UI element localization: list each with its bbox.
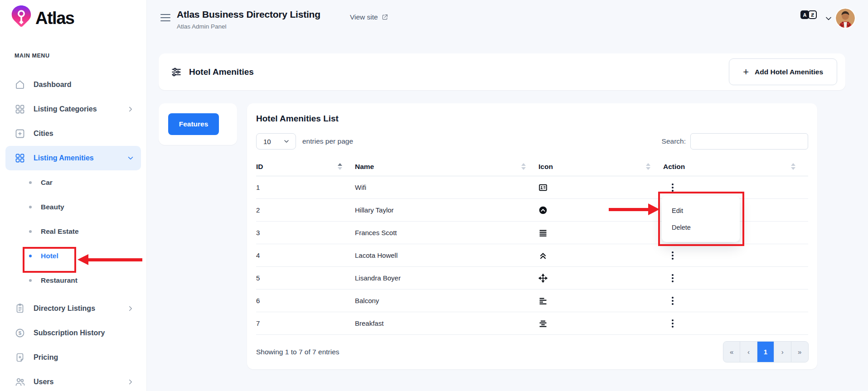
pagination-next-button[interactable]: › xyxy=(774,342,791,362)
sidebar-subitem-hotel[interactable]: Hotel xyxy=(5,244,141,268)
features-card: Features xyxy=(159,103,237,145)
row-actions-kebab-icon[interactable] xyxy=(667,250,679,261)
pagination: « ‹ 1 › » xyxy=(723,341,809,362)
page-title: Atlas Business Directory Listing xyxy=(177,9,320,20)
hamburger-menu-icon[interactable] xyxy=(160,14,170,21)
pagination-last-button[interactable]: » xyxy=(791,342,808,362)
sidebar-item-subscription-history[interactable]: Subscription History xyxy=(5,321,141,345)
cell-id: 1 xyxy=(256,183,355,191)
sidebar-item-listing-amenities[interactable]: Listing Amenities xyxy=(5,146,141,170)
home-icon xyxy=(15,79,25,90)
cell-id: 6 xyxy=(256,297,355,304)
row-actions-kebab-icon[interactable] xyxy=(667,295,679,307)
language-switcher[interactable]: A Ƶ xyxy=(800,10,817,19)
pagination-prev-button[interactable]: ‹ xyxy=(740,342,757,362)
sidebar-subitem-label: Hotel xyxy=(41,252,58,260)
column-label: ID xyxy=(256,163,263,171)
external-link-icon xyxy=(381,14,388,21)
users-icon xyxy=(15,377,25,387)
cell-id: 7 xyxy=(256,319,355,327)
cell-icon xyxy=(538,274,663,283)
grid-icon xyxy=(15,153,25,164)
align-left-icon xyxy=(538,296,548,305)
cell-name: Balcony xyxy=(355,297,538,304)
cell-action xyxy=(663,250,808,261)
address-card-icon xyxy=(538,183,548,192)
column-header-id[interactable]: ID xyxy=(256,163,355,171)
column-header-name[interactable]: Name xyxy=(355,163,538,171)
view-site-link[interactable]: View site xyxy=(350,13,388,21)
column-label: Icon xyxy=(538,163,553,171)
cell-name: Breakfast xyxy=(355,319,538,327)
entries-per-page-select[interactable]: 10 xyxy=(256,133,296,150)
sidebar-section-label: MAIN MENU xyxy=(15,53,50,59)
column-header-icon[interactable]: Icon xyxy=(538,163,663,171)
row-actions-dropdown: Edit Delete xyxy=(662,196,740,242)
move-icon xyxy=(538,274,548,283)
add-hotel-amenities-button[interactable]: + Add Hotel Amenities xyxy=(729,58,837,85)
column-header-action[interactable]: Action xyxy=(663,163,808,171)
cell-icon xyxy=(538,228,663,237)
features-button[interactable]: Features xyxy=(168,113,219,135)
sidebar-item-pricing[interactable]: Pricing xyxy=(5,345,141,370)
sliders-icon xyxy=(171,67,182,77)
cell-name: Lisandra Boyer xyxy=(355,274,538,282)
sidebar-subitem-restaurant[interactable]: Restaurant xyxy=(5,268,141,293)
table-row: 4 Lacota Howell xyxy=(256,244,808,267)
pagination-page-1-button[interactable]: 1 xyxy=(757,342,774,362)
sidebar-item-directory-listings[interactable]: Directory Listings xyxy=(5,296,141,321)
row-actions-kebab-icon[interactable] xyxy=(667,318,679,329)
sidebar-nav: Dashboard Listing Categories Cities List… xyxy=(5,72,141,391)
sidebar-subitem-beauty[interactable]: Beauty xyxy=(5,195,141,219)
table-title: Hotel Amenities List xyxy=(256,114,339,124)
atlas-pin-icon xyxy=(9,5,34,32)
cell-action xyxy=(663,182,808,193)
justify-icon xyxy=(538,228,548,237)
sort-icon xyxy=(646,163,650,170)
user-avatar[interactable] xyxy=(836,9,855,28)
bullet-icon xyxy=(29,255,32,257)
cell-action xyxy=(663,318,808,329)
cell-id: 4 xyxy=(256,251,355,259)
translate-icon: Ƶ xyxy=(808,10,817,19)
chevron-down-icon[interactable] xyxy=(824,14,833,23)
row-actions-kebab-icon[interactable] xyxy=(667,182,679,193)
pagination-first-button[interactable]: « xyxy=(723,342,740,362)
cell-name: Frances Scott xyxy=(355,229,538,237)
search-input[interactable] xyxy=(690,133,808,150)
column-label: Action xyxy=(663,163,685,171)
table-row: 6 Balcony xyxy=(256,290,808,312)
chevron-right-icon xyxy=(126,105,135,113)
sidebar-item-listing-categories[interactable]: Listing Categories xyxy=(5,97,141,121)
dollar-circle-icon xyxy=(15,328,25,338)
action-delete[interactable]: Delete xyxy=(662,221,740,234)
panel-card: Hotel Amenities + Add Hotel Amenities xyxy=(159,53,845,90)
sidebar-subitem-real-estate[interactable]: Real Estate xyxy=(5,219,141,244)
brand-logo[interactable]: Atlas xyxy=(9,5,74,32)
cell-id: 2 xyxy=(256,206,355,214)
angles-up-icon xyxy=(538,251,548,260)
sidebar-item-dashboard[interactable]: Dashboard xyxy=(5,72,141,97)
plus-icon: + xyxy=(743,67,749,77)
page-subtitle: Atlas Admin Panel xyxy=(177,23,320,30)
sort-icon xyxy=(791,163,795,170)
chevron-right-icon xyxy=(126,378,135,386)
sidebar-subitem-label: Car xyxy=(41,179,53,187)
sidebar-item-label: Cities xyxy=(34,130,53,138)
action-edit[interactable]: Edit xyxy=(662,204,740,217)
bullet-icon xyxy=(29,279,32,282)
sidebar-item-users[interactable]: Users xyxy=(5,370,141,391)
bullet-icon xyxy=(29,181,32,184)
sidebar: Atlas MAIN MENU Dashboard Listing Catego… xyxy=(0,0,147,391)
sidebar-subitem-car[interactable]: Car xyxy=(5,170,141,195)
entries-label: entries per page xyxy=(302,137,353,145)
column-label: Name xyxy=(355,163,374,171)
row-actions-kebab-icon[interactable] xyxy=(667,272,679,284)
sidebar-item-label: Pricing xyxy=(34,353,58,362)
chevron-down-icon xyxy=(126,154,135,162)
page-head: Atlas Business Directory Listing Atlas A… xyxy=(177,9,320,30)
cell-name: Lacota Howell xyxy=(355,251,538,259)
table-row: 5 Lisandra Boyer xyxy=(256,267,808,290)
add-button-label: Add Hotel Amenities xyxy=(755,68,823,76)
sidebar-item-cities[interactable]: Cities xyxy=(5,121,141,146)
